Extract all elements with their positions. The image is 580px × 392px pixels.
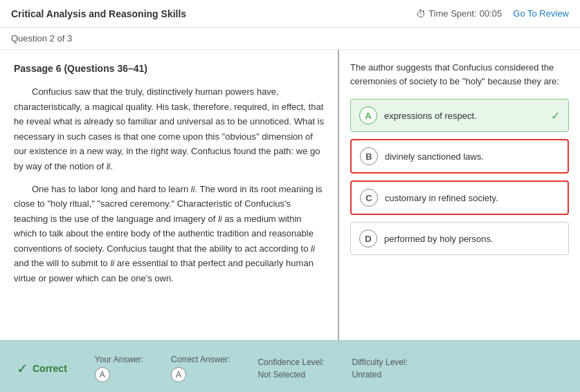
go-to-review-link[interactable]: Go To Review <box>513 8 569 19</box>
footer: ✓ Correct Your Answer: A Correct Answer:… <box>0 340 580 392</box>
choice-d-letter: D <box>359 230 377 248</box>
choice-c[interactable]: C customary in refined society. <box>350 180 569 215</box>
time-value: 00:05 <box>480 8 502 19</box>
difficulty-label: Difficulty Level: <box>352 357 408 367</box>
main-content: Passage 6 (Questions 36–41) Confucius sa… <box>0 50 580 340</box>
header: Critical Analysis and Reasoning Skills ⏱… <box>0 0 580 28</box>
question-progress-label: Question 2 of 3 <box>11 33 72 44</box>
choice-c-letter: C <box>360 189 378 207</box>
app-title: Critical Analysis and Reasoning Skills <box>11 8 186 19</box>
choice-d[interactable]: D performed by holy persons. <box>350 222 569 255</box>
choice-b[interactable]: B divinely sanctioned laws. <box>350 139 569 174</box>
difficulty-value: Unrated <box>352 370 408 380</box>
confidence-label: Confidence Level: <box>257 357 324 367</box>
choice-d-text: performed by holy persons. <box>384 234 560 244</box>
passage-paragraph-1: Confucius saw that the truly, distinctiv… <box>14 84 324 174</box>
your-answer-label: Your Answer: <box>95 355 143 364</box>
choice-a-letter: A <box>359 106 377 124</box>
correct-answer-label: Correct Answer: <box>171 355 230 364</box>
your-answer-section: Your Answer: A <box>95 355 143 382</box>
your-answer-value: A <box>95 367 143 382</box>
time-label: Time Spent: <box>428 8 477 19</box>
header-right: ⏱ Time Spent: 00:05 Go To Review <box>416 8 569 19</box>
correct-answer-value: A <box>171 367 230 382</box>
passage-paragraph-2: One has to labor long and hard to learn … <box>14 182 324 286</box>
confidence-value: Not Selected <box>257 370 324 380</box>
question-panel: The author suggests that Confucius consi… <box>339 50 580 340</box>
passage-panel: Passage 6 (Questions 36–41) Confucius sa… <box>0 50 339 340</box>
question-progress: Question 2 of 3 <box>0 28 580 50</box>
choice-c-text: customary in refined society. <box>385 193 559 203</box>
result-status: ✓ Correct <box>17 360 67 377</box>
choice-b-letter: B <box>360 147 378 165</box>
time-spent: ⏱ Time Spent: 00:05 <box>416 8 502 19</box>
choice-a[interactable]: A expressions of respect. ✓ <box>350 99 569 132</box>
correct-answer-bubble: A <box>171 367 186 382</box>
clock-icon: ⏱ <box>416 8 426 19</box>
correct-icon: ✓ <box>17 360 28 377</box>
difficulty-section: Difficulty Level: Unrated <box>352 357 408 380</box>
correct-label: Correct <box>33 363 67 374</box>
correct-checkmark: ✓ <box>551 109 560 122</box>
choice-a-text: expressions of respect. <box>384 111 545 121</box>
confidence-section: Confidence Level: Not Selected <box>257 357 324 380</box>
passage-title: Passage 6 (Questions 36–41) <box>14 61 324 76</box>
choice-b-text: divinely sanctioned laws. <box>385 151 559 162</box>
question-text: The author suggests that Confucius consi… <box>350 61 569 88</box>
your-answer-bubble: A <box>95 367 110 382</box>
correct-answer-section: Correct Answer: A <box>171 355 230 382</box>
